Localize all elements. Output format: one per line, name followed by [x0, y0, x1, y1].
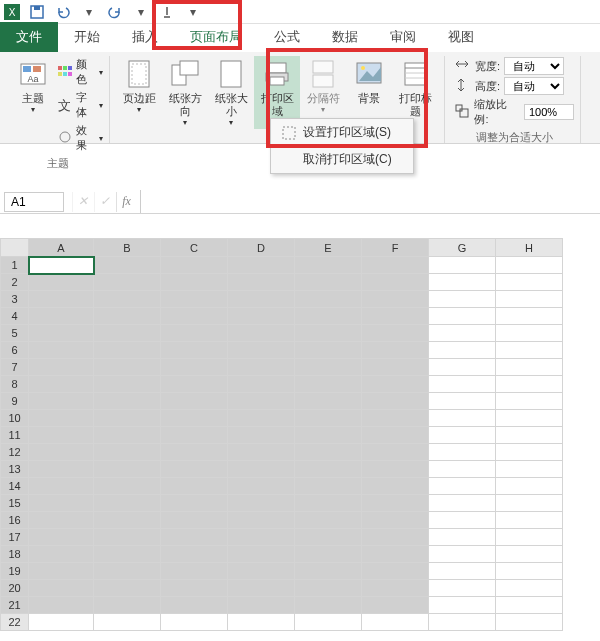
row-header-18[interactable]: 18: [1, 546, 29, 563]
tab-review[interactable]: 审阅: [374, 22, 432, 52]
cell-H4[interactable]: [496, 308, 563, 325]
cell-B21[interactable]: [94, 597, 161, 614]
cell-D22[interactable]: [228, 614, 295, 631]
cell-C8[interactable]: [161, 376, 228, 393]
row-header-16[interactable]: 16: [1, 512, 29, 529]
cell-A2[interactable]: [29, 274, 94, 291]
effects-button[interactable]: 效果▾: [58, 122, 103, 154]
cell-D18[interactable]: [228, 546, 295, 563]
tab-home[interactable]: 开始: [58, 22, 116, 52]
printtitles-button[interactable]: 打印标题: [392, 56, 438, 120]
cell-E3[interactable]: [295, 291, 362, 308]
accept-formula-icon[interactable]: ✓: [94, 192, 114, 212]
cell-C6[interactable]: [161, 342, 228, 359]
fx-icon[interactable]: fx: [116, 192, 136, 212]
cell-F4[interactable]: [362, 308, 429, 325]
height-select[interactable]: 自动: [504, 77, 564, 95]
cell-A17[interactable]: [29, 529, 94, 546]
cell-E19[interactable]: [295, 563, 362, 580]
scale-input[interactable]: [524, 104, 574, 120]
cell-C18[interactable]: [161, 546, 228, 563]
cell-C21[interactable]: [161, 597, 228, 614]
cell-G4[interactable]: [429, 308, 496, 325]
cell-G9[interactable]: [429, 393, 496, 410]
size-button[interactable]: 纸张大小▾: [208, 56, 254, 129]
cell-A22[interactable]: [29, 614, 94, 631]
cell-B9[interactable]: [94, 393, 161, 410]
cell-H8[interactable]: [496, 376, 563, 393]
cell-G11[interactable]: [429, 427, 496, 444]
cell-H11[interactable]: [496, 427, 563, 444]
cell-A8[interactable]: [29, 376, 94, 393]
cell-E4[interactable]: [295, 308, 362, 325]
cell-F12[interactable]: [362, 444, 429, 461]
row-header-22[interactable]: 22: [1, 614, 29, 631]
cell-F16[interactable]: [362, 512, 429, 529]
cell-D1[interactable]: [228, 257, 295, 274]
cell-B17[interactable]: [94, 529, 161, 546]
cell-B12[interactable]: [94, 444, 161, 461]
cell-F11[interactable]: [362, 427, 429, 444]
cell-F20[interactable]: [362, 580, 429, 597]
cell-E7[interactable]: [295, 359, 362, 376]
cell-E2[interactable]: [295, 274, 362, 291]
cell-F7[interactable]: [362, 359, 429, 376]
row-header-21[interactable]: 21: [1, 597, 29, 614]
cell-G1[interactable]: [429, 257, 496, 274]
cell-C1[interactable]: [161, 257, 228, 274]
cell-A16[interactable]: [29, 512, 94, 529]
cell-A11[interactable]: [29, 427, 94, 444]
cell-H13[interactable]: [496, 461, 563, 478]
row-header-20[interactable]: 20: [1, 580, 29, 597]
cell-H10[interactable]: [496, 410, 563, 427]
cell-B8[interactable]: [94, 376, 161, 393]
row-header-12[interactable]: 12: [1, 444, 29, 461]
cell-D11[interactable]: [228, 427, 295, 444]
col-header-D[interactable]: D: [228, 239, 295, 257]
margins-button[interactable]: 页边距▾: [116, 56, 162, 116]
cell-D21[interactable]: [228, 597, 295, 614]
cell-C10[interactable]: [161, 410, 228, 427]
cell-H7[interactable]: [496, 359, 563, 376]
cell-F1[interactable]: [362, 257, 429, 274]
cell-H18[interactable]: [496, 546, 563, 563]
cell-D2[interactable]: [228, 274, 295, 291]
cell-B16[interactable]: [94, 512, 161, 529]
cell-C22[interactable]: [161, 614, 228, 631]
colors-button[interactable]: 颜色▾: [58, 56, 103, 88]
tab-pagelayout[interactable]: 页面布局: [174, 22, 258, 52]
cell-F13[interactable]: [362, 461, 429, 478]
width-select[interactable]: 自动: [504, 57, 564, 75]
col-header-C[interactable]: C: [161, 239, 228, 257]
cell-F8[interactable]: [362, 376, 429, 393]
tab-view[interactable]: 视图: [432, 22, 490, 52]
cancel-formula-icon[interactable]: ✕: [72, 192, 92, 212]
cell-D4[interactable]: [228, 308, 295, 325]
cell-B20[interactable]: [94, 580, 161, 597]
cell-B13[interactable]: [94, 461, 161, 478]
cell-H16[interactable]: [496, 512, 563, 529]
col-header-A[interactable]: A: [29, 239, 94, 257]
cell-D16[interactable]: [228, 512, 295, 529]
cell-H6[interactable]: [496, 342, 563, 359]
cell-D8[interactable]: [228, 376, 295, 393]
cell-G10[interactable]: [429, 410, 496, 427]
cell-G18[interactable]: [429, 546, 496, 563]
undo-dropdown-icon[interactable]: ▾: [80, 3, 98, 21]
cell-A13[interactable]: [29, 461, 94, 478]
cell-C14[interactable]: [161, 478, 228, 495]
cell-C15[interactable]: [161, 495, 228, 512]
col-header-H[interactable]: H: [496, 239, 563, 257]
cell-E1[interactable]: [295, 257, 362, 274]
row-header-4[interactable]: 4: [1, 308, 29, 325]
cell-E13[interactable]: [295, 461, 362, 478]
cell-H9[interactable]: [496, 393, 563, 410]
col-header-E[interactable]: E: [295, 239, 362, 257]
cell-D7[interactable]: [228, 359, 295, 376]
breaks-button[interactable]: 分隔符▾: [300, 56, 346, 116]
cell-H1[interactable]: [496, 257, 563, 274]
cell-C9[interactable]: [161, 393, 228, 410]
cell-G7[interactable]: [429, 359, 496, 376]
cell-A9[interactable]: [29, 393, 94, 410]
cell-C2[interactable]: [161, 274, 228, 291]
